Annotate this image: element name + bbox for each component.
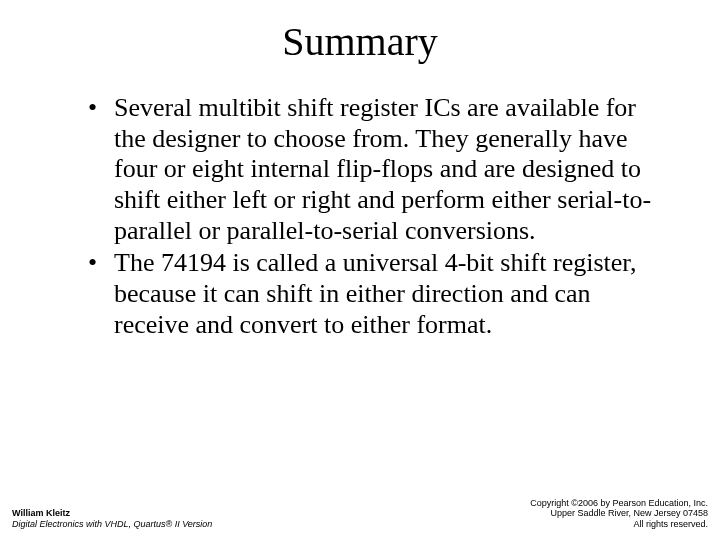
footer-author: William Kleitz bbox=[12, 508, 212, 519]
slide-title: Summary bbox=[40, 18, 680, 65]
footer-rights: All rights reserved. bbox=[530, 519, 708, 530]
footer-left: William Kleitz Digital Electronics with … bbox=[12, 508, 212, 530]
footer-copyright: Copyright ©2006 by Pearson Education, In… bbox=[530, 498, 708, 509]
bullet-item: The 74194 is called a universal 4-bit sh… bbox=[88, 248, 670, 340]
slide-content: Several multibit shift register ICs are … bbox=[40, 93, 680, 340]
bullet-item: Several multibit shift register ICs are … bbox=[88, 93, 670, 246]
slide: Summary Several multibit shift register … bbox=[0, 0, 720, 540]
footer-right: Copyright ©2006 by Pearson Education, In… bbox=[530, 498, 708, 530]
footer-book: Digital Electronics with VHDL, Quartus® … bbox=[12, 519, 212, 530]
footer-address: Upper Saddle River, New Jersey 07458 bbox=[530, 508, 708, 519]
